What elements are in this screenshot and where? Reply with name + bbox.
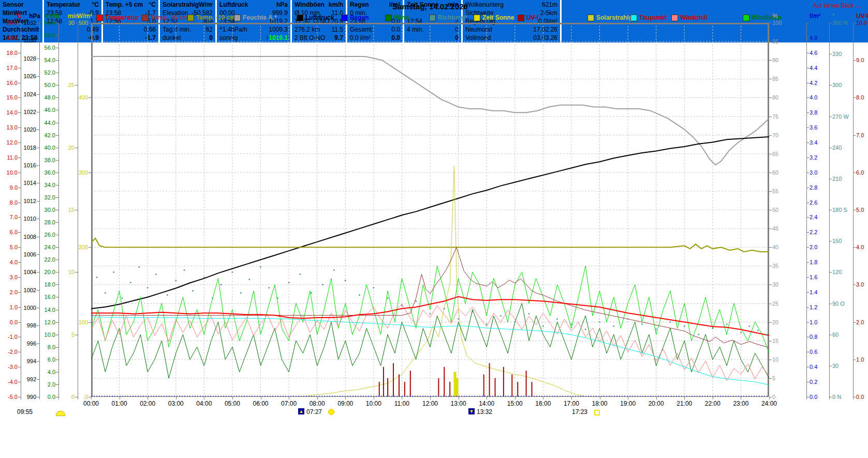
- axis-tick-label-lm2: 1.0: [810, 320, 833, 325]
- axis-tick-label-hpa: 1014: [16, 180, 36, 186]
- series-richtung-dot: [655, 328, 657, 330]
- axis-tick: [829, 117, 832, 117]
- axis-tick: [18, 158, 21, 158]
- time-label: 03:00: [165, 400, 187, 407]
- time-label: 20:00: [645, 400, 668, 407]
- axis-line-uv: [853, 23, 854, 399]
- time-label: 22:00: [701, 400, 724, 407]
- axis-tick-label-kmh: 2.0: [35, 382, 55, 388]
- axis-tick: [769, 117, 772, 117]
- axis-tick: [853, 135, 856, 136]
- axis-tick: [806, 247, 809, 248]
- axis-tick-label-uv: 1.0: [856, 357, 868, 363]
- axis-tick: [806, 322, 809, 323]
- axis-tick-label-c: 10.0: [0, 170, 18, 176]
- axis-tick: [769, 60, 772, 61]
- series-richtung-dot: [748, 325, 750, 327]
- axis-tick-label-wm2: 500: [67, 20, 88, 26]
- axis-tick-label-pct: 70: [772, 133, 796, 138]
- series-richtung-dot: [96, 277, 98, 278]
- column-header: Temperatur: [47, 1, 80, 9]
- axis-tick: [829, 272, 832, 273]
- axis-tick: [769, 135, 772, 136]
- axis-tick: [806, 23, 809, 23]
- time-label: 24:00: [758, 400, 781, 407]
- axis-tick-label-lm2: 4.4: [810, 65, 833, 71]
- axis-tick: [769, 304, 772, 304]
- time-tick: [374, 397, 374, 399]
- time-label: 21:00: [673, 400, 696, 407]
- time-label: 04:00: [193, 400, 215, 407]
- axis-tick-label-pct: 60: [772, 170, 796, 176]
- axis-tick-label-kmh: 46.0: [35, 107, 55, 113]
- axis-tick: [18, 337, 21, 337]
- axis-tick: [75, 335, 78, 335]
- time-tick: [600, 397, 600, 399]
- time-label: 09:00: [334, 400, 357, 407]
- axis-tick-label-c: 15.0: [0, 95, 18, 101]
- axis-tick: [853, 23, 856, 23]
- axis-tick-label-c: 3.0: [0, 275, 18, 280]
- time-tick: [656, 397, 657, 399]
- axis-tick: [806, 173, 809, 173]
- series-richtung-dot: [698, 334, 699, 335]
- series-richtung-dot: [726, 323, 728, 325]
- axis-tick-label-c: 0.0: [0, 320, 18, 325]
- axis-tick: [829, 148, 832, 148]
- axis-tick-label-lm2: 0.2: [810, 379, 833, 385]
- axis-tick-label-hpa: 1026: [16, 74, 36, 79]
- series-richtung-dot: [345, 280, 346, 281]
- axis-tick-label-c: 19.0: [0, 35, 18, 41]
- axis-header-deg: °: [832, 12, 853, 20]
- axis-tick-label-c: 8.0: [0, 200, 18, 206]
- series-richtung-dot: [311, 292, 312, 294]
- axis-tick: [37, 130, 39, 130]
- legend-item-luftdruck: Luftdruck: [297, 14, 334, 21]
- axis-tick: [769, 154, 772, 154]
- series-richtung-dot: [542, 325, 544, 327]
- axis-tick-label-hpa: 1032: [16, 20, 36, 26]
- axis-tick: [56, 384, 58, 385]
- axis-tick: [769, 23, 772, 23]
- time-label: 15:00: [504, 400, 526, 407]
- at-a-glance-link[interactable]: Auf einen Blick ...: [813, 2, 861, 9]
- axis-tick-label-lm2: 3.6: [810, 125, 833, 131]
- axis-tick-label-c: 17.0: [0, 65, 18, 71]
- axis-tick: [56, 347, 58, 348]
- series-richtung-dot: [712, 327, 713, 329]
- axis-tick-label-kmh: 34.0: [35, 182, 55, 188]
- legend-label: Zeit Sonne: [482, 14, 514, 21]
- series-richtung-dot: [430, 313, 431, 314]
- axis-tick-label-wm2: 400: [67, 95, 88, 101]
- series-richtung-dot: [260, 266, 261, 268]
- axis-tick-label-c: 4.0: [0, 260, 18, 265]
- series-richtung-dot: [147, 287, 149, 289]
- time-label: 05:00: [221, 400, 244, 407]
- axis-tick: [75, 272, 78, 273]
- legend-swatch-icon: [385, 15, 392, 21]
- axis-tick-label-kmh: 54.0: [35, 58, 55, 63]
- axis-tick-label-c: 14.0: [0, 110, 18, 116]
- axis-tick: [806, 352, 809, 352]
- axis-tick: [37, 40, 39, 41]
- time-tick: [769, 397, 770, 399]
- axis-tick: [37, 254, 39, 255]
- axis-tick-label-pct: 45: [772, 226, 796, 232]
- axis-tick-label-c: 9.0: [0, 185, 18, 191]
- axis-tick: [56, 372, 58, 373]
- axis-tick: [56, 185, 58, 185]
- legend-swatch-icon: [341, 15, 348, 21]
- axis-tick-label-hpa: 992: [16, 377, 36, 382]
- axis-tick-label-lm2: 4.0: [810, 95, 833, 101]
- legend-label: Luftdruck: [305, 14, 334, 21]
- axis-tick: [806, 53, 809, 53]
- series-richtung-dot: [528, 313, 530, 314]
- axis-tick: [18, 83, 21, 83]
- axis-tick-label-wm2: 300: [67, 170, 88, 176]
- axis-tick-label-hpa: 1002: [16, 288, 36, 293]
- time-tick: [430, 397, 431, 399]
- series-richtung-dot: [240, 292, 242, 294]
- axis-tick: [18, 68, 21, 68]
- axis-tick: [18, 173, 21, 173]
- axis-tick-label-pct: 30: [772, 282, 796, 288]
